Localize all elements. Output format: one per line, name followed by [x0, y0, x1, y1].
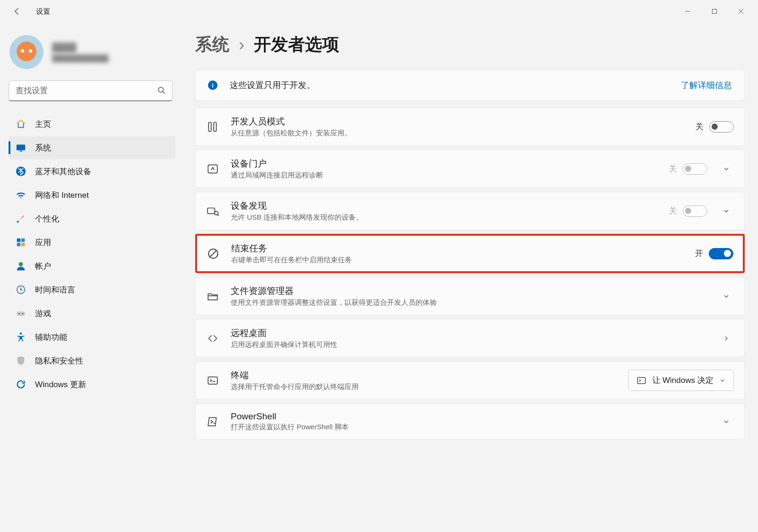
sidebar-item-label: Windows 更新 — [35, 379, 86, 390]
card-title: 文件资源管理器 — [231, 285, 707, 297]
navigate-button[interactable] — [719, 335, 734, 342]
sidebar-item-network[interactable]: 网络和 Internet — [9, 184, 175, 206]
sidebar-item-personalize[interactable]: 个性化 — [9, 207, 175, 230]
folder-icon — [206, 290, 219, 303]
svg-rect-19 — [208, 122, 211, 132]
breadcrumb-parent[interactable]: 系统 — [195, 33, 229, 56]
card-explorer[interactable]: 文件资源管理器 使用文件资源管理器调整这些设置，以获得更适合开发人员的体验 — [195, 277, 745, 315]
sidebar-item-label: 蓝牙和其他设备 — [35, 166, 91, 177]
device-portal-toggle — [683, 163, 707, 175]
brush-icon — [15, 213, 27, 224]
device-discovery-toggle — [683, 205, 707, 217]
card-end-task: 结束任务 右键单击即可在任务栏中启用结束任务 开 — [195, 234, 745, 273]
card-terminal: 终端 选择用于托管命令行应用的默认终端应用 让 Windows 决定 — [195, 361, 745, 399]
svg-rect-5 — [19, 151, 22, 151]
info-text: 这些设置只用于开发。 — [230, 80, 315, 91]
sidebar-item-label: 应用 — [35, 237, 51, 248]
person-icon — [15, 260, 27, 272]
end-task-toggle[interactable] — [709, 248, 733, 259]
close-button[interactable] — [728, 2, 754, 21]
app-title: 设置 — [36, 7, 50, 16]
apps-icon — [15, 237, 27, 248]
sidebar-item-label: 帐户 — [35, 261, 51, 272]
expand-button[interactable] — [719, 293, 734, 300]
card-title: 设备门户 — [231, 158, 658, 170]
remote-icon — [206, 332, 219, 345]
search-input[interactable] — [9, 80, 172, 101]
sidebar-item-apps[interactable]: 应用 — [9, 231, 175, 254]
sidebar-item-label: 系统 — [35, 142, 51, 153]
sidebar-item-time[interactable]: 时间和语言 — [9, 278, 175, 301]
expand-button[interactable] — [719, 418, 734, 426]
dev-mode-toggle[interactable] — [709, 121, 734, 133]
card-title: 终端 — [231, 369, 617, 381]
system-icon — [15, 142, 27, 153]
card-desc: 使用文件资源管理器调整这些设置，以获得更适合开发人员的体验 — [231, 298, 707, 307]
card-desc: 启用远程桌面并确保计算机可用性 — [231, 340, 707, 349]
sidebar-item-label: 时间和语言 — [35, 284, 75, 295]
sidebar: ████ ████████████ 主页 系统 蓝牙和其他设备 — [0, 23, 180, 532]
card-title: 远程桌面 — [231, 327, 707, 339]
svg-line-3 — [162, 91, 165, 94]
svg-rect-29 — [637, 377, 645, 383]
terminal-dropdown[interactable]: 让 Windows 决定 — [628, 370, 734, 391]
prohibit-icon — [207, 247, 220, 260]
learn-more-link[interactable]: 了解详细信息 — [681, 80, 732, 91]
portal-icon — [206, 162, 219, 176]
powershell-icon — [206, 415, 219, 428]
sidebar-item-home[interactable]: 主页 — [9, 113, 175, 135]
card-device-portal[interactable]: 设备门户 通过局域网连接启用远程诊断 关 — [195, 150, 745, 188]
terminal-small-icon — [636, 375, 647, 386]
sidebar-item-bluetooth[interactable]: 蓝牙和其他设备 — [9, 160, 175, 183]
discovery-icon — [206, 204, 219, 218]
info-icon: i — [208, 80, 217, 90]
card-powershell[interactable]: PowerShell 打开这些设置以执行 PowerShell 脚本 — [195, 403, 745, 440]
back-button[interactable] — [11, 6, 23, 17]
toggle-state-label: 关 — [669, 163, 677, 174]
sidebar-item-system[interactable]: 系统 — [9, 136, 175, 159]
svg-line-24 — [217, 214, 219, 216]
sidebar-item-privacy[interactable]: 隐私和安全性 — [9, 349, 175, 372]
maximize-button[interactable] — [701, 2, 728, 21]
sidebar-item-gaming[interactable]: 游戏 — [9, 302, 175, 325]
expand-button[interactable] — [719, 165, 734, 173]
card-title: 设备发现 — [231, 200, 658, 212]
info-banner: i 这些设置只用于开发。 了解详细信息 — [195, 70, 745, 101]
sidebar-item-update[interactable]: Windows 更新 — [9, 373, 175, 396]
svg-point-18 — [20, 332, 22, 335]
sidebar-item-label: 辅助功能 — [35, 332, 67, 343]
expand-button[interactable] — [719, 207, 734, 215]
card-remote-desktop[interactable]: 远程桌面 启用远程桌面并确保计算机可用性 — [195, 319, 745, 357]
breadcrumb-separator: › — [239, 35, 244, 55]
svg-rect-4 — [17, 145, 25, 151]
svg-rect-22 — [208, 208, 215, 213]
card-device-discovery[interactable]: 设备发现 允许 USB 连接和本地网络发现你的设备。 关 — [195, 192, 745, 230]
card-title: 开发人员模式 — [231, 115, 684, 128]
svg-rect-15 — [17, 311, 25, 316]
content-area: 系统 › 开发者选项 i 这些设置只用于开发。 了解详细信息 开发人员模式 从任… — [180, 23, 758, 532]
sidebar-item-accessibility[interactable]: 辅助功能 — [9, 326, 175, 348]
svg-rect-21 — [208, 165, 217, 173]
card-desc: 通过局域网连接启用远程诊断 — [231, 171, 658, 180]
svg-rect-28 — [208, 377, 217, 384]
shield-icon — [15, 355, 27, 366]
sidebar-item-label: 网络和 Internet — [35, 190, 89, 201]
dropdown-value: 让 Windows 决定 — [652, 375, 713, 386]
terminal-icon — [206, 374, 219, 387]
card-desc: 允许 USB 连接和本地网络发现你的设备。 — [231, 213, 658, 222]
user-email: ████████████ — [52, 54, 108, 62]
svg-line-26 — [210, 250, 217, 257]
user-name: ████ — [52, 43, 108, 53]
devmode-icon — [206, 120, 219, 133]
toggle-state-label: 关 — [695, 121, 704, 132]
user-profile[interactable]: ████ ████████████ — [9, 31, 175, 80]
minimize-button[interactable] — [675, 2, 701, 21]
wifi-icon — [15, 189, 27, 201]
sidebar-item-accounts[interactable]: 帐户 — [9, 255, 175, 277]
svg-point-17 — [22, 313, 23, 315]
update-icon — [15, 379, 27, 390]
bluetooth-icon — [15, 166, 27, 177]
sidebar-item-label: 隐私和安全性 — [35, 355, 83, 366]
svg-point-7 — [17, 221, 19, 223]
card-title: 结束任务 — [231, 242, 684, 255]
